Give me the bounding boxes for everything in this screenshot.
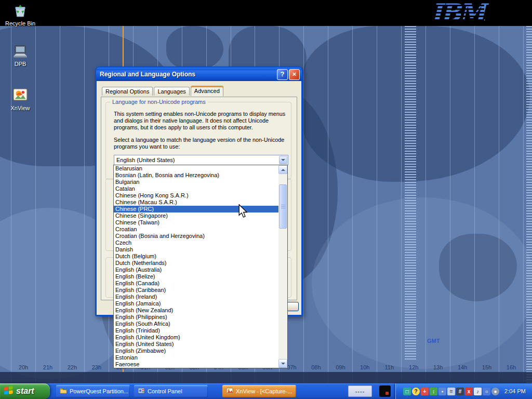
scroll-down-icon[interactable] (278, 359, 287, 368)
dialog-titlebar[interactable]: Regional and Language Options ? × (96, 68, 302, 81)
tab-regional-options[interactable]: Regional Options (102, 87, 153, 96)
language-option[interactable]: Chinese (PRC) (114, 206, 278, 212)
language-option[interactable]: Croatian (114, 226, 278, 233)
language-dropdown-list: BelarusianBosnian (Latin, Bosnia and Her… (113, 165, 288, 368)
xnview-icon (0, 86, 41, 104)
timezone-label: 12h (409, 364, 418, 370)
language-option[interactable]: Dutch (Netherlands) (114, 260, 278, 267)
desktop-icon-recycle-bin[interactable]: Recycle Bin (0, 3, 41, 26)
language-option[interactable]: English (Jamaica) (114, 300, 278, 307)
taskbar-button-label: XnView - [<Capture-... (236, 388, 292, 394)
language-combobox[interactable]: English (United States) (114, 155, 288, 165)
help-button[interactable]: ? (277, 69, 288, 80)
desktop-icon-dpb[interactable]: DPB (0, 45, 41, 67)
language-option[interactable]: Dutch (Belgium) (114, 253, 278, 260)
messenger-tray-icon[interactable]: ○ (483, 388, 490, 395)
scrollbar-thumb[interactable] (279, 184, 287, 229)
timezone-label: 21h (43, 364, 52, 370)
timezone-label: 07h (287, 364, 296, 370)
timezone-label: 14h (458, 364, 467, 370)
timezone-label: 10h (360, 364, 369, 370)
edge-hatch-band (526, 26, 532, 383)
language-option[interactable]: English (Philippines) (114, 314, 278, 321)
language-option[interactable]: Belarusian (114, 165, 278, 172)
ibm-logo: IBM (431, 0, 484, 26)
help-tray-icon[interactable]: ? (412, 388, 420, 395)
timezone-label: 08h (311, 364, 321, 370)
language-option[interactable]: Chinese (Macau S.A.R.) (114, 199, 278, 206)
network-tray-icon[interactable]: ▪ (438, 388, 446, 395)
windows-flag-icon (4, 385, 14, 397)
dialog-tab-strip: Regional Options Languages Advanced (102, 86, 224, 96)
language-option[interactable]: English (Caribbean) (114, 287, 278, 294)
description-text: and dialogs in their native language. It… (114, 117, 269, 124)
taskbar-button-xnview[interactable]: XnView - [<Capture-... (222, 385, 296, 397)
language-option[interactable]: English (South Africa) (114, 321, 278, 327)
language-list-items: BelarusianBosnian (Latin, Bosnia and Her… (114, 165, 278, 368)
timezone-label: 09h (336, 364, 345, 370)
taskbar-app-icon[interactable] (379, 385, 391, 397)
taskbar-mini-task[interactable]: ---- (348, 385, 372, 397)
security-tray-icon[interactable]: + (421, 388, 429, 395)
gmt-label: GMT (427, 338, 440, 344)
language-option[interactable]: Croatian (Bosnia and Herzegovina) (114, 233, 278, 240)
system-tray: □?+↕▪=#x♪○● 2:04 PM (395, 383, 532, 399)
desktop-icon-xnview[interactable]: XnView (0, 86, 41, 111)
language-option[interactable]: Chinese (Taiwan) (114, 219, 278, 226)
language-option[interactable]: English (United Kingdom) (114, 334, 278, 341)
language-option[interactable]: Estonian (114, 354, 278, 361)
language-option[interactable]: Bosnian (Latin, Bosnia and Herzegovina) (114, 172, 278, 179)
language-option[interactable]: English (Trinidad) (114, 327, 278, 334)
language-option[interactable]: Chinese (Singapore) (114, 212, 278, 219)
language-option[interactable]: Chinese (Hong Kong S.A.R.) (114, 192, 278, 199)
grid-tray-icon[interactable]: # (456, 388, 464, 395)
laptop-icon (0, 45, 41, 60)
language-option[interactable]: English (Canada) (114, 280, 278, 287)
combo-dropdown-icon[interactable] (279, 156, 287, 164)
volume-tray-icon[interactable]: ♪ (474, 388, 482, 395)
desktop-icon-label: Recycle Bin (5, 20, 35, 26)
status-tray-icon[interactable]: ● (491, 388, 499, 395)
language-option[interactable]: English (United States) (114, 341, 278, 348)
map-bottom-band (0, 372, 532, 383)
language-option[interactable]: English (Ireland) (114, 294, 278, 300)
timezone-label: 11h (384, 364, 394, 370)
remote-display-tray-icon[interactable]: □ (403, 388, 411, 395)
timezone-label: 22h (68, 364, 77, 370)
description-text: programs, but it does apply to all users… (114, 124, 253, 131)
mouse-cursor (238, 204, 248, 220)
desktop-icon-label: DPB (15, 61, 26, 67)
control-panel-icon (138, 388, 145, 395)
timezone-label: 15h (482, 364, 491, 370)
language-option[interactable]: English (Australia) (114, 267, 278, 273)
language-option[interactable]: English (Zimbabwe) (114, 348, 278, 354)
language-combobox-value: English (United States) (116, 157, 175, 163)
language-option[interactable]: Czech (114, 240, 278, 246)
error-tray-icon[interactable]: x (465, 388, 473, 395)
language-option[interactable]: English (New Zealand) (114, 307, 278, 314)
taskbar: start PowerQuest Partition... Control Pa… (0, 383, 532, 399)
language-option[interactable]: English (Belize) (114, 273, 278, 280)
language-option[interactable]: Danish (114, 246, 278, 253)
language-option[interactable]: Faeroese (114, 361, 278, 368)
group-box-caption: Language for non-Unicode programs (110, 99, 208, 105)
taskbar-button-control-panel[interactable]: Control Panel (134, 385, 208, 397)
device-tray-icon[interactable]: = (447, 388, 455, 395)
language-option[interactable]: Catalan (114, 185, 278, 192)
recycle-bin-icon (0, 3, 41, 19)
tab-languages[interactable]: Languages (154, 87, 189, 96)
sync-tray-icon[interactable]: ↕ (430, 388, 437, 395)
tab-advanced[interactable]: Advanced (191, 86, 223, 96)
taskbar-button-powerquest[interactable]: PowerQuest Partition... (56, 385, 130, 397)
desktop-icon-label: XnView (10, 105, 30, 111)
timezone-label: 20h (19, 364, 28, 370)
folder-icon (60, 388, 67, 395)
close-button[interactable]: × (289, 69, 300, 80)
taskbar-clock[interactable]: 2:04 PM (504, 388, 528, 394)
scroll-up-icon[interactable] (278, 165, 287, 174)
list-scrollbar[interactable] (278, 165, 287, 368)
select-language-text: Select a language to match the language … (114, 137, 284, 143)
language-option[interactable]: Bulgarian (114, 179, 278, 185)
start-button[interactable]: start (0, 383, 50, 399)
timezone-label: 13h (433, 364, 443, 370)
